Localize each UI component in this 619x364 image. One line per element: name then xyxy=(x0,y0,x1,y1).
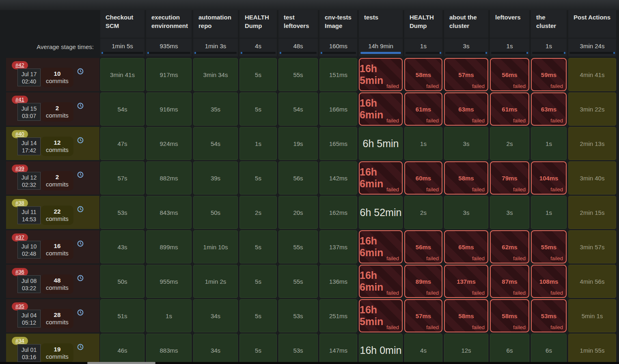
stage-cell-checkout-scm-39[interactable]: 57s xyxy=(100,161,145,195)
stage-cell-the-cluster-42[interactable]: 59msfailed xyxy=(531,58,567,91)
stage-cell-the-cluster-38[interactable]: 1s xyxy=(531,196,567,229)
stage-cell-about-the-cluster-37[interactable]: 65msfailed xyxy=(444,230,488,263)
stage-cell-cnv-tests-image-36[interactable]: 136ms xyxy=(319,265,357,298)
stage-cell-health-dump-34[interactable]: 5s xyxy=(239,334,277,364)
stage-cell-health-dump-42[interactable]: 58msfailed xyxy=(404,58,442,91)
stage-cell-about-the-cluster-35[interactable]: 58msfailed xyxy=(444,299,488,332)
stage-cell-the-cluster-36[interactable]: 108msfailed xyxy=(531,265,567,298)
stage-cell-post-actions-42[interactable]: 4min 41s xyxy=(568,58,616,91)
changes-clock-icon[interactable] xyxy=(77,309,84,316)
stage-cell-test-leftovers-40[interactable]: 19s xyxy=(278,127,318,160)
stage-cell-about-the-cluster-34[interactable]: 12s xyxy=(444,334,488,364)
stage-cell-cnv-tests-image-42[interactable]: 151ms xyxy=(319,58,357,91)
stage-cell-test-leftovers-34[interactable]: 53s xyxy=(278,334,318,364)
build-number-badge[interactable]: #34 xyxy=(12,337,28,345)
stage-cell-automation-repo-34[interactable]: 34s xyxy=(193,334,238,364)
stage-cell-about-the-cluster-39[interactable]: 58msfailed xyxy=(444,161,488,195)
stage-cell-test-leftovers-37[interactable]: 55s xyxy=(278,230,318,263)
stage-cell-cnv-tests-image-41[interactable]: 166ms xyxy=(319,92,357,126)
stage-cell-automation-repo-38[interactable]: 50s xyxy=(193,196,238,229)
stage-cell-checkout-scm-42[interactable]: 3min 41s xyxy=(100,58,145,91)
build-number-badge[interactable]: #40 xyxy=(12,130,28,138)
stage-cell-health-dump-34[interactable]: 4s xyxy=(404,334,442,364)
stage-cell-test-leftovers-36[interactable]: 55s xyxy=(278,265,318,298)
stage-cell-checkout-scm-41[interactable]: 54s xyxy=(100,92,145,126)
stage-cell-checkout-scm-38[interactable]: 53s xyxy=(100,196,145,229)
stage-cell-test-leftovers-42[interactable]: 55s xyxy=(278,58,318,91)
stage-cell-about-the-cluster-36[interactable]: 137msfailed xyxy=(444,265,488,298)
stage-cell-tests-42[interactable]: 16h 5minfailed xyxy=(359,58,403,91)
stage-cell-health-dump-40[interactable]: 1s xyxy=(404,127,442,160)
stage-cell-the-cluster-40[interactable]: 1s xyxy=(531,127,567,160)
changes-clock-icon[interactable] xyxy=(77,240,84,247)
scrollbar-thumb[interactable] xyxy=(87,362,155,364)
stage-cell-tests-35[interactable]: 16h 5minfailed xyxy=(359,299,403,332)
stage-cell-the-cluster-39[interactable]: 104msfailed xyxy=(531,161,567,195)
stage-cell-cnv-tests-image-38[interactable]: 162ms xyxy=(319,196,357,229)
stage-cell-health-dump-35[interactable]: 5s xyxy=(239,299,277,332)
stage-cell-cnv-tests-image-37[interactable]: 137ms xyxy=(319,230,357,263)
stage-cell-cnv-tests-image-35[interactable]: 251ms xyxy=(319,299,357,332)
changes-clock-icon[interactable] xyxy=(77,206,84,212)
stage-cell-health-dump-38[interactable]: 2s xyxy=(239,196,277,229)
changes-clock-icon[interactable] xyxy=(77,275,84,281)
stage-cell-automation-repo-42[interactable]: 3min 34s xyxy=(193,58,238,91)
stage-cell-health-dump-39[interactable]: 60msfailed xyxy=(404,161,442,195)
changes-clock-icon[interactable] xyxy=(77,171,84,178)
stage-cell-tests-37[interactable]: 16h 6minfailed xyxy=(359,230,403,263)
stage-cell-execution-environment-42[interactable]: 917ms xyxy=(146,58,192,91)
stage-cell-leftovers-34[interactable]: 6s xyxy=(490,334,529,364)
stage-cell-leftovers-40[interactable]: 2s xyxy=(490,127,529,160)
stage-cell-automation-repo-37[interactable]: 1min 10s xyxy=(193,230,238,263)
stage-cell-execution-environment-40[interactable]: 924ms xyxy=(146,127,192,160)
stage-cell-cnv-tests-image-34[interactable]: 147ms xyxy=(319,334,357,364)
stage-cell-the-cluster-37[interactable]: 55msfailed xyxy=(531,230,567,263)
stage-cell-health-dump-38[interactable]: 2s xyxy=(404,196,442,229)
stage-cell-checkout-scm-35[interactable]: 51s xyxy=(100,299,145,332)
build-number-badge[interactable]: #37 xyxy=(12,233,28,242)
stage-cell-execution-environment-37[interactable]: 899ms xyxy=(146,230,192,263)
stage-cell-leftovers-38[interactable]: 3s xyxy=(490,196,529,229)
stage-cell-tests-34[interactable]: 16h 0min xyxy=(359,334,403,364)
stage-cell-checkout-scm-34[interactable]: 46s xyxy=(100,334,145,364)
stage-cell-health-dump-37[interactable]: 56msfailed xyxy=(404,230,442,263)
stage-cell-automation-repo-41[interactable]: 35s xyxy=(193,92,238,126)
stage-cell-post-actions-36[interactable]: 4min 56s xyxy=(568,265,616,298)
stage-cell-health-dump-36[interactable]: 89msfailed xyxy=(404,265,442,298)
stage-cell-tests-38[interactable]: 6h 52min xyxy=(359,196,403,229)
stage-cell-automation-repo-39[interactable]: 39s xyxy=(193,161,238,195)
stage-cell-about-the-cluster-38[interactable]: 3s xyxy=(444,196,488,229)
stage-cell-leftovers-35[interactable]: 58msfailed xyxy=(490,299,529,332)
stage-cell-cnv-tests-image-40[interactable]: 165ms xyxy=(319,127,357,160)
build-number-badge[interactable]: #42 xyxy=(12,61,28,69)
build-number-badge[interactable]: #35 xyxy=(12,302,28,310)
stage-cell-the-cluster-41[interactable]: 63msfailed xyxy=(531,92,567,126)
stage-cell-execution-environment-38[interactable]: 843ms xyxy=(146,196,192,229)
stage-cell-about-the-cluster-42[interactable]: 57msfailed xyxy=(444,58,488,91)
horizontal-scrollbar[interactable] xyxy=(0,362,619,364)
stage-cell-health-dump-35[interactable]: 57msfailed xyxy=(404,299,442,332)
changes-clock-icon[interactable] xyxy=(77,344,84,350)
stage-cell-checkout-scm-40[interactable]: 47s xyxy=(100,127,145,160)
build-number-badge[interactable]: #38 xyxy=(12,199,28,207)
stage-cell-tests-40[interactable]: 6h 5min xyxy=(359,127,403,160)
stage-cell-post-actions-34[interactable]: 1min 55s xyxy=(568,334,616,364)
stage-cell-test-leftovers-35[interactable]: 53s xyxy=(278,299,318,332)
stage-cell-test-leftovers-39[interactable]: 56s xyxy=(278,161,318,195)
stage-cell-post-actions-39[interactable]: 3min 40s xyxy=(568,161,616,195)
stage-cell-execution-environment-34[interactable]: 883ms xyxy=(146,334,192,364)
stage-cell-health-dump-40[interactable]: 1s xyxy=(239,127,277,160)
changes-clock-icon[interactable] xyxy=(77,103,84,109)
stage-cell-leftovers-42[interactable]: 56msfailed xyxy=(490,58,529,91)
stage-cell-tests-39[interactable]: 16h 6minfailed xyxy=(359,161,403,195)
stage-cell-leftovers-37[interactable]: 62msfailed xyxy=(490,230,529,263)
stage-cell-health-dump-41[interactable]: 5s xyxy=(239,92,277,126)
stage-cell-the-cluster-35[interactable]: 53msfailed xyxy=(531,299,567,332)
stage-cell-leftovers-36[interactable]: 87msfailed xyxy=(490,265,529,298)
build-number-badge[interactable]: #39 xyxy=(12,165,28,173)
stage-cell-test-leftovers-41[interactable]: 54s xyxy=(278,92,318,126)
stage-cell-post-actions-37[interactable]: 3min 57s xyxy=(568,230,616,263)
stage-cell-cnv-tests-image-39[interactable]: 142ms xyxy=(319,161,357,195)
stage-cell-leftovers-41[interactable]: 61msfailed xyxy=(490,92,529,126)
stage-cell-post-actions-38[interactable]: 2min 15s xyxy=(568,196,616,229)
